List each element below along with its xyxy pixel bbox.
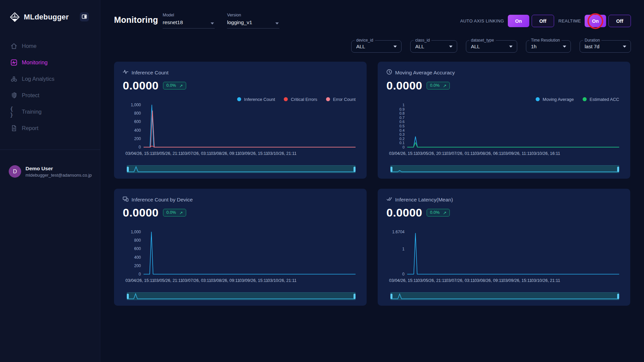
- model-select[interactable]: Model resnet18: [163, 13, 215, 28]
- dropdown-caret-icon: [563, 46, 566, 48]
- filter-class-id[interactable]: class_idALL: [410, 40, 457, 53]
- svg-text:0.8: 0.8: [399, 111, 405, 115]
- filter-device-id[interactable]: device_idALL: [351, 40, 401, 53]
- sidebar-item-monitoring[interactable]: Monitoring: [0, 54, 100, 71]
- trend-badge: 0.0%↗: [427, 209, 450, 217]
- legend-item-inference-count[interactable]: Inference Count: [237, 96, 275, 102]
- filter-label: device_id: [355, 38, 375, 43]
- filter-time-resolution[interactable]: Time Resolution1h: [526, 40, 571, 53]
- brush-slider[interactable]: [390, 165, 619, 173]
- brush-slider[interactable]: [390, 292, 619, 300]
- sidebar: MLdebugger HomeMonitoringLog AnalyticsPr…: [0, 0, 100, 362]
- legend-item-critical-errors[interactable]: Critical Errors: [284, 96, 317, 102]
- filter-duration[interactable]: Durationlast 7d: [580, 40, 631, 53]
- chart-title: Inference Latency(Mean): [395, 197, 453, 203]
- x-axis-tick: 03/08/26, 09:11: [474, 278, 503, 283]
- brush-handle-left[interactable]: [127, 167, 129, 172]
- brush-handle-left[interactable]: [390, 167, 392, 172]
- version-select[interactable]: Version logging_v1: [227, 13, 279, 28]
- shield-icon: [10, 92, 17, 99]
- sidebar-item-training[interactable]: { }Training: [0, 104, 100, 120]
- brush-slider[interactable]: [127, 165, 356, 173]
- x-axis-tick: 03/09/26, 15:11: [503, 278, 532, 283]
- brush-handle-right[interactable]: [617, 167, 619, 172]
- legend-label: Critical Errors: [291, 97, 317, 102]
- dropdown-caret-icon: [393, 46, 397, 48]
- x-axis-tick: 03/07/26, 03:11: [182, 151, 211, 156]
- x-axis-labels: 03/04/26, 15:1103/05/26, 21:1103/07/26, …: [123, 278, 356, 284]
- svg-text:400: 400: [134, 128, 141, 133]
- trend-percent: 0.0%: [430, 210, 440, 215]
- x-axis-tick: 03/05/26, 21:11: [418, 278, 446, 283]
- filter-value: last 7d: [585, 44, 599, 49]
- line-chart: 1,0008006004002000: [123, 103, 356, 151]
- sidebar-item-protect[interactable]: Protect: [0, 87, 100, 104]
- sidebar-item-label: Training: [22, 109, 42, 115]
- trend-up-icon: ↗: [443, 83, 446, 88]
- sidebar-item-label: Report: [22, 125, 39, 131]
- svg-text:0.1: 0.1: [399, 141, 405, 145]
- svg-text:0.4: 0.4: [399, 128, 405, 132]
- chart-title: Inference Count by Device: [131, 197, 193, 203]
- filter-value: ALL: [356, 44, 365, 49]
- brush-slider[interactable]: [127, 292, 356, 300]
- realtime-on-button[interactable]: On: [585, 15, 606, 27]
- chart-title: Inference Count: [131, 70, 168, 76]
- svg-text:1.6704: 1.6704: [392, 230, 405, 234]
- mldebugger-logo-icon: [9, 12, 20, 22]
- devices-icon: [123, 196, 128, 203]
- sidebar-item-log-analytics[interactable]: Log Analytics: [0, 71, 100, 87]
- sidebar-item-home[interactable]: Home: [0, 38, 100, 54]
- dropdown-caret-icon: [509, 46, 513, 48]
- svg-text:0.2: 0.2: [399, 137, 405, 141]
- sidebar-item-report[interactable]: Report: [0, 120, 100, 136]
- x-axis-tick: 03/04/26, 15:11: [125, 278, 154, 283]
- x-axis-labels: 03/04/26, 15:1103/05/26, 20:1103/07/26, …: [386, 151, 619, 157]
- sidebar-toggle-button[interactable]: [80, 12, 89, 21]
- user-profile[interactable]: D Demo User mldebugger_test@adansons.co.…: [0, 150, 100, 178]
- chart-legend: [386, 223, 619, 229]
- svg-text:200: 200: [134, 136, 141, 141]
- x-axis-tick: 03/07/26, 03:11: [182, 278, 211, 283]
- chart-current-value: 0.0000: [123, 206, 159, 219]
- monitoring-icon: [10, 59, 17, 66]
- x-axis-tick: 03/10/26, 16:11: [531, 151, 560, 156]
- user-email: mldebugger_test@adansons.co.jp: [25, 173, 92, 178]
- brush-handle-left[interactable]: [127, 294, 129, 299]
- x-axis-labels: 03/04/26, 15:1103/05/26, 21:1103/07/26, …: [123, 151, 356, 157]
- activity-icon: [123, 69, 128, 76]
- home-icon: [10, 43, 17, 50]
- x-axis-tick: 03/05/26, 21:11: [154, 278, 183, 283]
- dropdown-caret-icon: [449, 46, 452, 48]
- auto-axis-off-button[interactable]: Off: [532, 15, 554, 27]
- auto-axis-on-button[interactable]: On: [508, 15, 529, 27]
- chart-grid: Inference Count0.00000.0%↗Inference Coun…: [114, 62, 630, 306]
- brush-handle-right[interactable]: [354, 294, 356, 299]
- realtime-off-button[interactable]: Off: [608, 15, 631, 27]
- trend-up-icon: ↗: [443, 210, 446, 215]
- line-chart: 10.90.80.70.60.50.40.30.20.10: [386, 103, 619, 151]
- page-title: Monitoring: [114, 15, 158, 25]
- chart-current-value: 0.0000: [386, 206, 422, 219]
- svg-text:0: 0: [139, 145, 141, 149]
- chart-card-inference-count-by-device: Inference Count by Device0.00000.0%↗1,00…: [114, 189, 367, 306]
- filter-value: 1h: [531, 44, 537, 49]
- svg-text:1,000: 1,000: [131, 230, 141, 234]
- legend-item-estimated-acc[interactable]: Estimated ACC: [583, 96, 619, 102]
- trend-up-icon: ↗: [179, 83, 183, 88]
- filter-dataset-type[interactable]: dataset_typeALL: [466, 40, 517, 53]
- chevron-down-icon: [275, 22, 279, 24]
- legend-label: Estimated ACC: [590, 97, 619, 102]
- brush-handle-left[interactable]: [390, 294, 392, 299]
- legend-item-moving-average[interactable]: Moving Average: [536, 96, 574, 102]
- brush-handle-right[interactable]: [354, 167, 356, 172]
- sidebar-item-label: Log Analytics: [22, 76, 54, 82]
- report-icon: [10, 125, 17, 132]
- x-axis-tick: 03/08/26, 06:11: [474, 151, 503, 156]
- legend-item-error-count[interactable]: Error Count: [326, 96, 356, 102]
- x-axis-labels: 03/04/26, 15:1103/05/26, 21:1103/07/26, …: [386, 278, 619, 284]
- x-axis-tick: 03/05/26, 20:11: [418, 151, 446, 156]
- version-select-label: Version: [227, 13, 279, 17]
- brush-handle-right[interactable]: [617, 294, 619, 299]
- filter-value: ALL: [471, 44, 480, 49]
